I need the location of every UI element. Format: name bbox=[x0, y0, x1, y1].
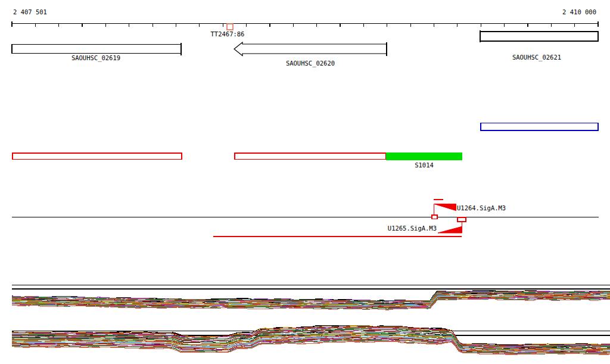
s1014-label: S1014 bbox=[415, 161, 434, 169]
promoter-flag-u1264-siga-m3-anchor-box[interactable] bbox=[432, 215, 437, 219]
genome-browser-canvas: 2 407 501 2 410 000 TT2467:86 SAOUHSC_02… bbox=[0, 0, 610, 364]
shape-layer bbox=[12, 21, 610, 355]
s1014-green-box[interactable] bbox=[386, 153, 462, 160]
blue-feature-box[interactable] bbox=[481, 123, 598, 131]
ruler-end-label: 2 410 000 bbox=[562, 8, 596, 15]
red-transcript-box-1[interactable] bbox=[13, 153, 182, 160]
promoter-flag-u1264-siga-m3[interactable] bbox=[434, 204, 456, 210]
gene-feature-saouhsc_02621[interactable] bbox=[480, 32, 598, 41]
gene-label-saouhsc-02619: SAOUHSC_02619 bbox=[71, 54, 120, 62]
gene-feature-saouhsc_02619[interactable] bbox=[12, 45, 181, 54]
red-transcript-box-2[interactable] bbox=[235, 153, 386, 160]
ruler-start-label: 2 407 501 bbox=[13, 8, 47, 15]
promoter-flag-u1265-siga-m3-anchor-box[interactable] bbox=[458, 217, 466, 222]
marker-square-tt2467[interactable] bbox=[227, 24, 233, 30]
u1264-promoter-label: U1264.SigA.M3 bbox=[457, 204, 506, 211]
genome-view[interactable]: 2 407 501 2 410 000 TT2467:86 SAOUHSC_02… bbox=[0, 0, 610, 364]
text-layer: 2 407 501 2 410 000 TT2467:86 SAOUHSC_02… bbox=[13, 8, 596, 232]
gene-feature-saouhsc_02620[interactable] bbox=[234, 42, 387, 56]
gene-label-saouhsc-02621: SAOUHSC_02621 bbox=[512, 54, 561, 61]
marker-label: TT2467:86 bbox=[211, 30, 245, 38]
promoter-flag-u1265-siga-m3[interactable] bbox=[438, 226, 462, 233]
gene-label-saouhsc-02620: SAOUHSC_02620 bbox=[286, 60, 335, 67]
u1265-promoter-label: U1265.SigA.M3 bbox=[388, 225, 437, 232]
